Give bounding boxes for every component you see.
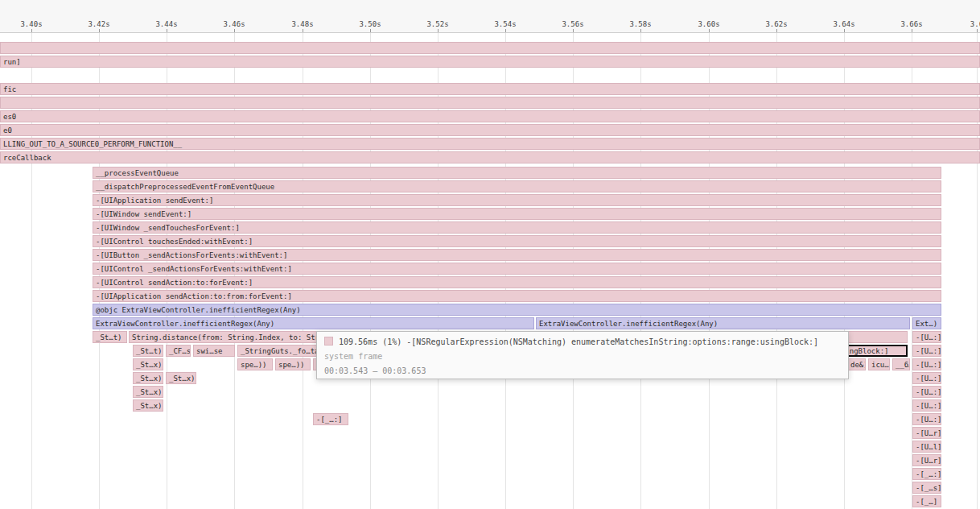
flame-bar[interactable]: -[_…] — [912, 495, 941, 507]
flame-bar-label: -[U…r] — [916, 429, 941, 437]
flame-bar[interactable]: es0 — [0, 110, 980, 122]
ruler-tick-mark — [370, 29, 371, 32]
flame-bar[interactable]: _St…t) — [93, 331, 127, 343]
flame-bar[interactable]: -[UIControl touchesEnded:withEvent:] — [93, 235, 941, 247]
flame-bar-label: _St…x) — [136, 402, 163, 410]
flame-bar-label: -[U…:] — [916, 333, 941, 341]
flame-bar-label: _St…t) — [136, 347, 163, 355]
ruler-tick-mark — [573, 29, 574, 32]
flame-bar[interactable]: -[_…:] — [313, 413, 348, 425]
flame-bar[interactable]: ExtraViewController.inefficientRegex(Any… — [536, 317, 910, 329]
flame-bar-label: _St…x) — [169, 375, 196, 383]
flame-bar[interactable]: __dispatchPreprocessedEventFromEventQueu… — [93, 180, 941, 192]
flame-bar[interactable]: -[U…:] — [912, 399, 941, 412]
flame-bar[interactable]: @objc ExtraViewController.inefficientReg… — [93, 304, 941, 316]
flame-bar[interactable]: -[UIApplication sendEvent:] — [93, 194, 941, 206]
flame-bar[interactable]: e0 — [0, 124, 980, 136]
flame-bar[interactable]: fic — [0, 83, 980, 95]
flame-bar[interactable]: __6…le — [892, 358, 910, 370]
flame-bar-label: __processEventQueue — [96, 169, 179, 177]
flame-bar[interactable]: -[U…:] — [912, 345, 941, 357]
flame-bar[interactable]: ExtraViewController.inefficientRegex(Any… — [93, 317, 534, 329]
flame-bar-label: -[U…:] — [916, 402, 941, 410]
flame-bar[interactable]: -[U…:] — [912, 386, 941, 398]
ruler-tick-label: 3.66s — [900, 20, 922, 28]
ruler-tick-label: 3.64s — [833, 20, 854, 28]
flame-bar[interactable]: -[UIControl sendAction:to:forEvent:] — [93, 276, 941, 288]
flame-bar[interactable]: _St…x) — [133, 372, 163, 384]
timeline-ruler[interactable]: 3.40s3.42s3.44s3.46s3.48s3.50s3.52s3.54s… — [0, 0, 980, 33]
ruler-tick-mark — [438, 29, 439, 32]
flame-bar-label: Ext…) — [916, 320, 937, 328]
flame-bar[interactable]: _CF…se — [166, 345, 191, 357]
flame-bar-label: rceCallback — [3, 154, 51, 162]
flame-bar[interactable]: rceCallback — [0, 151, 980, 163]
flame-bar[interactable]: -[U…:] — [912, 372, 941, 384]
flame-bar[interactable]: -[U…r] — [912, 454, 941, 466]
ruler-tick-label: 3.46s — [223, 20, 245, 28]
flame-bar[interactable]: -[UIButton _sendActionsForEvents:withEve… — [93, 249, 941, 261]
flame-bar[interactable]: -[U…:] — [912, 358, 941, 370]
flame-bar[interactable]: de&) — [847, 358, 866, 370]
flame-bar[interactable]: -[UIControl _sendActionsForEvents:withEv… — [93, 263, 941, 275]
flame-chart[interactable]: run]fices0e0LLING_OUT_TO_A_SOURCE0_PERFO… — [0, 33, 980, 509]
flame-bar[interactable]: _St…x) — [133, 399, 163, 412]
flame-bar[interactable]: spe…)) — [275, 358, 311, 370]
flame-bar[interactable]: _St…x) — [133, 386, 163, 398]
flame-bar-label: -[_…s] — [916, 484, 941, 492]
flame-bar-label: run] — [3, 58, 21, 66]
ruler-tick-mark — [31, 29, 32, 32]
flame-bar-label: -[UIControl sendAction:to:forEvent:] — [96, 279, 253, 287]
flame-bar-label: swi…se — [196, 347, 223, 355]
flame-bar-label: spe…)) — [241, 361, 267, 369]
flame-bar-label: -[UIWindow _sendTouchesForEvent:] — [96, 224, 240, 232]
flame-bar-label: es0 — [3, 113, 16, 121]
flame-bar[interactable]: Ext…) — [912, 317, 941, 329]
tooltip-frame-type: system frame — [324, 350, 841, 364]
flame-bar[interactable]: -[UIWindow _sendTouchesForEvent:] — [93, 221, 941, 234]
flame-bar[interactable]: -[UIWindow sendEvent:] — [93, 208, 941, 220]
ruler-tick-label: 3.42s — [88, 20, 109, 28]
flame-bar[interactable]: icu…e&) — [868, 358, 890, 370]
ruler-tick-mark — [99, 29, 100, 32]
flame-bar[interactable]: spe…)) — [237, 358, 273, 370]
ruler-tick-mark — [303, 29, 303, 32]
flame-bar[interactable]: _St…t) — [133, 345, 163, 357]
flame-bar[interactable]: -[U…:] — [912, 331, 941, 343]
flame-bar-label: __6…le — [896, 361, 910, 369]
ruler-tick-mark — [709, 29, 710, 32]
flame-bar[interactable]: LLING_OUT_TO_A_SOURCE0_PERFORM_FUNCTION_… — [0, 138, 980, 150]
flame-bar-label: -[_…:] — [916, 470, 941, 478]
flame-bar-label: ExtraViewController.inefficientRegex(Any… — [539, 320, 718, 328]
ruler-tick-mark — [234, 29, 235, 32]
flame-bar[interactable]: -[UIApplication sendAction:to:from:forEv… — [93, 290, 941, 302]
flame-bar[interactable] — [0, 97, 980, 109]
flame-bar-label: -[U…:] — [916, 388, 941, 396]
flame-bar-label: __dispatchPreprocessedEventFromEventQueu… — [96, 183, 274, 191]
frame-tooltip: 109.56ms (1%) -[NSRegularExpression(NSMa… — [316, 331, 849, 379]
ruler-tick-label: 3.52s — [426, 20, 448, 28]
flame-bar-label: ExtraViewController.inefficientRegex(Any… — [96, 320, 274, 328]
flame-bar[interactable]: _St…x) — [133, 358, 163, 370]
ruler-tick-label: 3.40s — [20, 20, 42, 28]
ruler-tick-label: 3.62s — [765, 20, 787, 28]
flame-bar-label: -[U…l] — [916, 443, 941, 451]
flame-bar[interactable] — [0, 42, 980, 54]
tooltip-duration: 109.56ms (1%) — [339, 337, 401, 346]
flame-bar[interactable]: swi…se — [193, 345, 235, 357]
flame-bar[interactable]: -[_…:] — [912, 468, 941, 480]
flame-bar-label: -[_…] — [916, 498, 937, 506]
flame-bar[interactable]: -[U…l] — [912, 441, 941, 453]
flame-bar-label: de&) — [850, 361, 866, 369]
flame-bar[interactable]: -[_…s] — [912, 482, 941, 494]
flame-bar-label: -[U…:] — [916, 361, 941, 369]
ruler-tick-mark — [640, 29, 641, 32]
ruler-tick-label: 3.54s — [494, 20, 516, 28]
flame-bar[interactable]: __processEventQueue — [93, 167, 941, 179]
flame-bar[interactable]: -[U…:] — [912, 413, 941, 425]
ruler-tick-label: 3.58s — [629, 20, 651, 28]
flame-bar[interactable]: -[U…r] — [912, 427, 941, 439]
flame-bar-label: -[UIControl _sendActionsForEvents:withEv… — [96, 265, 292, 273]
flame-bar[interactable]: run] — [0, 56, 980, 68]
flame-bar[interactable]: _St…x) — [166, 372, 196, 384]
